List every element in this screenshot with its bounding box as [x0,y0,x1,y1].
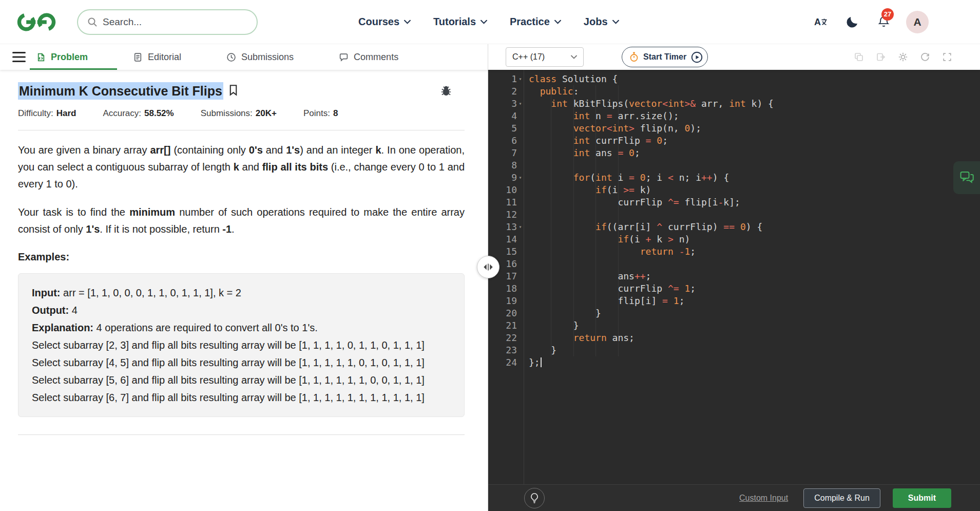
chevron-down-icon [571,55,577,59]
hint-bulb-icon[interactable] [524,488,545,508]
code-line: 5 vector<int> flip(n, 0); [488,122,980,135]
example-line: Select subarray [5, 6] and flip all bits… [32,371,451,389]
tab-submissions[interactable]: Submissions [226,52,294,63]
page-title: Minimum K Consecutive Bit Flips [18,83,223,99]
start-timer-button[interactable]: Start Timer [622,47,708,67]
code-line: 13▾ if((arr[i] ^ currFlip) == 0) { [488,221,980,233]
tab-editorial[interactable]: Editorial [133,52,181,63]
code-line: 4 int n = arr.size(); [488,110,980,122]
search-input[interactable] [103,16,247,28]
comments-icon [339,52,349,62]
gfg-logo[interactable] [14,11,59,33]
submissions-meta: Submissions:20K+ [201,108,277,119]
editor-header: C++ (17) Start Timer [488,44,980,70]
export-icon[interactable] [876,52,886,62]
menu-item-label: Practice [510,16,550,28]
menu-item-jobs[interactable]: Jobs [584,16,619,28]
code-line: 12 [488,209,980,221]
example-line: Select subarray [6, 7] and flip all bits… [32,389,451,406]
avatar-letter: A [913,16,921,28]
problem-panel: Minimum K Consecutive Bit Flips Difficul… [0,70,488,511]
code-line: 15 return -1; [488,245,980,258]
chevron-down-icon [404,20,411,24]
start-timer-label: Start Timer [643,52,686,62]
menu-item-practice[interactable]: Practice [510,16,561,28]
tab-problem[interactable]: Problem [36,52,88,63]
submit-button[interactable]: Submit [893,488,951,508]
divider [18,434,465,435]
code-line: 24}; [488,356,980,369]
copy-icon[interactable] [854,52,864,62]
code-editor[interactable]: 1▾class Solution {2 public:3▾ int kBitFl… [488,70,980,484]
problem-paragraph: Your task is to find the minimum number … [18,204,465,238]
editor-footer: Custom Input Compile & Run Submit [488,484,980,511]
custom-input-link[interactable]: Custom Input [739,494,788,503]
code-line: 6 int currFlip = 0; [488,135,980,147]
search-box[interactable] [77,9,258,35]
hamburger-icon[interactable] [12,52,26,62]
translate-icon[interactable]: A [812,13,830,31]
tab-label: Editorial [148,52,181,63]
code-line: 10 if(i >= k) [488,184,980,196]
secondary-bar: Problem Editorial Submissions Comments [0,44,980,70]
menu-item-tutorials[interactable]: Tutorials [433,16,487,28]
code-line: 22 return ans; [488,332,980,344]
chat-fab-button[interactable] [953,161,980,194]
code-lines[interactable]: 1▾class Solution {2 public:3▾ int kBitFl… [488,70,980,369]
compile-run-button[interactable]: Compile & Run [803,488,880,508]
editor-action-icons [854,52,952,62]
problem-icon [36,52,46,62]
reset-code-icon[interactable] [920,52,930,62]
bug-report-icon[interactable] [440,85,452,97]
chat-icon [959,170,975,185]
code-line: 8 [488,159,980,172]
submissions-icon [226,52,236,62]
examples-heading: Examples: [18,251,465,263]
fullscreen-icon[interactable] [942,52,952,62]
selected-title-text: Minimum K Consecutive Bit Flips [18,82,223,100]
menu-item-label: Courses [358,16,399,28]
tab-label: Comments [354,52,398,63]
code-line: 16 [488,258,980,270]
bookmark-icon[interactable] [228,84,238,96]
drag-handle-icon [482,263,494,271]
code-line: 18 currFlip ^= 1; [488,282,980,295]
divider [18,130,465,130]
code-line: 21 } [488,319,980,332]
split-drag-handle[interactable] [477,256,499,278]
problem-meta: Difficulty:Hard Accuracy:58.52% Submissi… [18,108,465,119]
chevron-down-icon [554,20,561,24]
notifications-bell-icon[interactable]: 27 [875,13,892,31]
notification-badge: 27 [881,8,894,21]
example-box: Input: arr = [1, 1, 0, 0, 0, 1, 1, 0, 1,… [18,273,465,417]
difficulty-meta: Difficulty:Hard [18,108,76,119]
navbar-right-icons: A 27 A [812,11,929,33]
stopwatch-icon [629,52,639,62]
code-line: 20 } [488,307,980,319]
menu-item-courses[interactable]: Courses [358,16,411,28]
code-line: 17 ans++; [488,270,980,282]
points-meta: Points:8 [303,108,338,119]
problem-paragraph: You are given a binary array arr[] (cont… [18,142,465,193]
accuracy-meta: Accuracy:58.52% [103,108,174,119]
chevron-down-icon [481,20,487,24]
code-line: 19 flip[i] = 1; [488,295,980,307]
menu-item-label: Jobs [584,16,608,28]
language-select[interactable]: C++ (17) [506,47,584,67]
example-line: Select subarray [2, 3] and flip all bits… [32,336,451,354]
gear-icon[interactable] [898,52,908,62]
avatar[interactable]: A [906,11,929,33]
code-line: 23 } [488,344,980,356]
play-circle-icon [691,51,703,63]
code-line: 7 int ans = 0; [488,147,980,159]
code-line: 2 public: [488,85,980,98]
tab-label: Problem [51,52,88,63]
dark-mode-moon-icon[interactable] [843,13,861,31]
search-icon [87,17,98,27]
example-line: Input: arr = [1, 1, 0, 0, 0, 1, 1, 0, 1,… [32,284,451,301]
main-menu: Courses Tutorials Practice Jobs [358,16,619,28]
example-line: Explanation: 4 operations are required t… [32,319,451,336]
code-line: 3▾ int kBitFlips(vector<int>& arr, int k… [488,98,980,110]
tab-comments[interactable]: Comments [339,52,398,63]
code-line: 1▾class Solution { [488,73,980,85]
